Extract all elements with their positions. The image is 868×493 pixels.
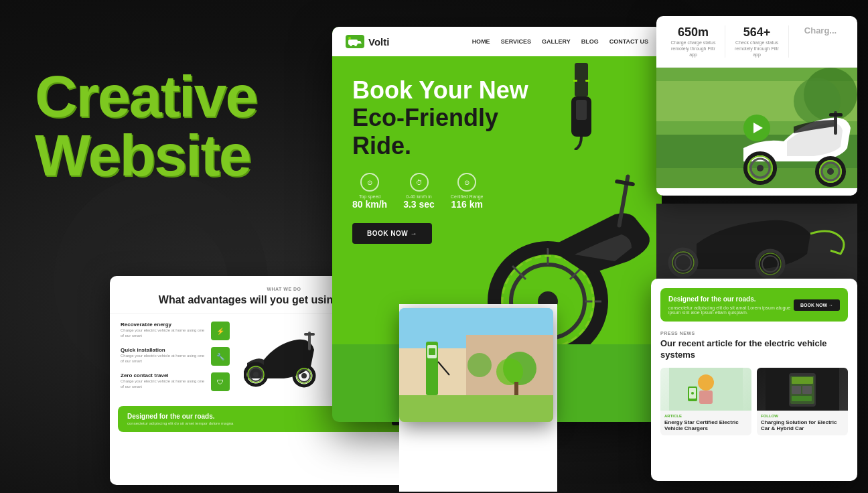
play-button[interactable]	[743, 115, 770, 141]
svg-point-74	[496, 358, 523, 385]
br-article-card-2: Follow Charging Solution for Electric Ca…	[757, 368, 848, 435]
svg-point-57	[253, 372, 259, 377]
right-green-section	[656, 204, 857, 283]
nav-blog[interactable]: BLOG	[581, 38, 599, 45]
speed-icon: ⊙	[360, 173, 379, 192]
recoverable-energy-icon-left: ⚡	[211, 322, 230, 340]
top-right-mockup: 650m Charge charge status remotely throu…	[656, 16, 857, 196]
br-article-card-1: Article Energy Star Certified Electric V…	[660, 368, 751, 435]
br-article-image-1	[660, 368, 751, 411]
svg-point-29	[757, 165, 764, 171]
bl-features-left: Recoverable energy Charge your electric …	[121, 322, 230, 398]
svg-rect-53	[802, 386, 812, 394]
br-articles-row: Article Energy Star Certified Electric V…	[660, 368, 848, 435]
hero-text-block: Creative Website	[35, 67, 257, 185]
svg-point-1	[350, 44, 352, 46]
stat-third: Charg...	[794, 25, 847, 58]
stat-separator	[725, 25, 725, 58]
bl-center-scooter	[240, 322, 328, 398]
svg-point-2	[354, 44, 357, 46]
svg-point-32	[827, 168, 834, 175]
quick-install-icon-left: 🔧	[211, 347, 230, 366]
book-now-button[interactable]: BOOK NOW →	[352, 223, 432, 244]
svg-rect-71	[429, 348, 435, 355]
stat-564: 564+ Check charge status remotely throug…	[731, 25, 783, 58]
br-article-section-title: Our recent article for the electric vehi…	[660, 338, 848, 361]
bl-banner-content: Designed for the our roads. consectetur …	[127, 413, 233, 425]
mockup-hero-section: Book Your New Eco-Friendly Ride. ⊙ Top s…	[332, 56, 662, 344]
bl-feature-1: Recoverable energy Charge your electric …	[121, 322, 230, 340]
br-banner-content: Designed for the our roads. consectetur …	[668, 295, 794, 315]
svg-rect-26	[829, 113, 843, 117]
svg-rect-7	[573, 80, 577, 82]
br-designed-banner: Designed for the our roads. consectetur …	[660, 288, 848, 322]
mockup-navbar: Volti HOME SERVICES GALLERY BLOG CONTACT…	[332, 27, 662, 56]
nav-logo: Volti	[346, 35, 389, 48]
svg-rect-75	[514, 382, 518, 395]
hero-heading: Creative Website	[35, 67, 257, 185]
svg-rect-6	[576, 100, 587, 120]
svg-rect-54	[792, 396, 812, 401]
br-article-image-2	[757, 368, 848, 411]
br-article-meta-1: Article Energy Star Certified Electric V…	[660, 411, 751, 435]
svg-rect-8	[585, 80, 589, 82]
top-right-stats-row: 650m Charge charge status remotely throu…	[656, 16, 857, 68]
bl-feature-3: Zero contact travel Charge your electric…	[121, 372, 230, 391]
charger-illustration	[555, 63, 608, 153]
nav-services[interactable]: SERVICES	[501, 38, 531, 45]
svg-point-60	[301, 373, 307, 378]
svg-rect-64	[304, 333, 315, 336]
nav-links[interactable]: HOME SERVICES GALLERY BLOG CONTACT US	[472, 38, 648, 45]
stat-acceleration: ⏱ 0-40 km/h in 3.3 sec	[403, 173, 435, 210]
svg-rect-52	[792, 386, 801, 394]
br-section-label: PRESS NEWS	[660, 331, 848, 336]
svg-rect-68	[399, 395, 553, 422]
br-book-button[interactable]: BOOK NOW →	[794, 299, 840, 311]
top-right-scooter-image	[656, 68, 857, 188]
nav-home[interactable]: HOME	[472, 38, 490, 45]
stat-650m: 650m Charge charge status remotely throu…	[667, 25, 719, 58]
timer-icon: ⏱	[410, 173, 429, 192]
svg-rect-44	[699, 391, 713, 404]
nav-gallery[interactable]: GALLERY	[542, 38, 571, 45]
svg-point-3	[348, 37, 351, 40]
svg-point-43	[698, 374, 714, 391]
bottom-right-mockup: Designed for the our roads. consectetur …	[651, 279, 857, 481]
nav-contact[interactable]: CONTACT US	[609, 38, 648, 45]
zero-contact-icon-left: 🛡	[211, 372, 230, 391]
bl-feature-2: Quick installation Charge your electric …	[121, 347, 230, 366]
svg-point-47	[691, 392, 694, 395]
center-bottom-image	[399, 308, 553, 422]
stat-separator-2	[788, 25, 789, 58]
stat-top-speed: ⊙ Top speed 80 km/h	[352, 173, 387, 210]
svg-point-76	[467, 353, 492, 377]
logo-icon	[346, 35, 364, 48]
br-article-meta-2: Follow Charging Solution for Electric Ca…	[757, 411, 848, 435]
svg-rect-51	[792, 377, 813, 384]
play-icon	[753, 123, 763, 133]
